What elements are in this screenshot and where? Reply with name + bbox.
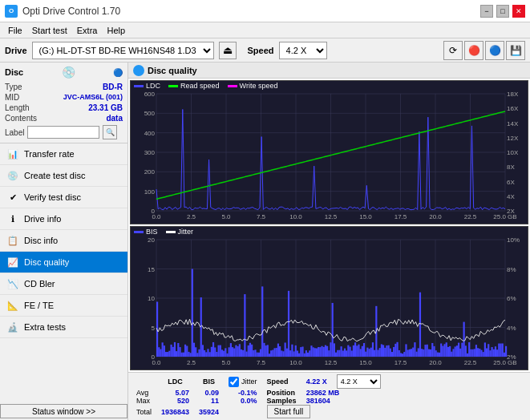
eject-button[interactable]: ⏏ — [219, 42, 237, 59]
maximize-button[interactable]: □ — [496, 5, 509, 18]
sidebar-item-disc-quality[interactable]: 📈 Disc quality — [0, 252, 127, 273]
jitter-col-label: Jitter — [241, 378, 257, 386]
top-chart-canvas — [131, 91, 528, 224]
jitter-checkbox-group: Jitter — [229, 377, 257, 387]
sidebar-item-create-test-disc[interactable]: 💿 Create test disc — [0, 165, 127, 187]
stat-max-ldc: 520 — [156, 397, 194, 405]
start-full-button[interactable]: Start full — [267, 405, 311, 418]
sidebar-label-disc-info: Disc info — [24, 236, 58, 245]
write-speed-color — [228, 85, 237, 87]
ldc-label: LDC — [146, 82, 160, 90]
menu-file[interactable]: File — [3, 25, 27, 36]
disc-quality-icon-header — [133, 65, 144, 76]
sidebar-item-fe-te[interactable]: 📐 FE / TE — [0, 295, 127, 317]
disc-icon: 💿 — [62, 66, 75, 79]
stat-header-bis: BIS — [194, 374, 224, 389]
toolbar-icons: ⟳ 🔴 🔵 💾 — [443, 41, 525, 60]
label-row: Label 🔍 — [5, 125, 123, 139]
main-layout: Disc 💿 🔵 Type BD-R MID JVC-AMS6L (001) L… — [0, 63, 530, 420]
sidebar-label-drive-info: Drive info — [24, 214, 61, 224]
menu-extra[interactable]: Extra — [72, 25, 103, 36]
sidebar-label-transfer-rate: Transfer rate — [24, 149, 75, 159]
sidebar-item-cd-bler[interactable]: 📉 CD Bler — [0, 273, 127, 295]
stat-header-ldc: LDC — [156, 374, 194, 389]
label-browse-button[interactable]: 🔍 — [103, 125, 117, 139]
stat-samples-label: Samples — [262, 397, 301, 405]
menu-start-test[interactable]: Start test — [27, 25, 72, 36]
sidebar-label-extra-tests: Extra tests — [24, 322, 66, 332]
disc-extra-icon: 🔵 — [113, 68, 123, 77]
jitter-color — [166, 231, 176, 233]
sidebar-item-drive-info[interactable]: ℹ Drive info — [0, 208, 127, 230]
sidebar-item-extra-tests[interactable]: 🔬 Extra tests — [0, 317, 127, 338]
length-row: Length 23.31 GB — [5, 103, 123, 113]
titlebar-controls: − □ ✕ — [480, 5, 525, 18]
transfer-rate-icon: 📊 — [6, 147, 19, 160]
disc-quality-title: Disc quality — [148, 66, 197, 75]
length-val: 23.31 GB — [88, 103, 123, 112]
extra-tests-icon: 🔬 — [6, 321, 19, 333]
close-button[interactable]: ✕ — [512, 5, 525, 18]
disc-quality-header: Disc quality — [128, 63, 530, 79]
stats-data-table: LDC BIS Jitter Speed 4.22 X 4.2 — [131, 374, 386, 418]
type-key: Type — [5, 83, 22, 91]
sidebar-bottom: Status window >> — [0, 402, 127, 420]
type-val: BD-R — [103, 83, 123, 91]
disc-header: Disc 💿 🔵 — [5, 66, 123, 79]
sidebar-menu: 📊 Transfer rate 💿 Create test disc ✔ Ver… — [0, 143, 127, 402]
stat-total-bis: 35924 — [194, 405, 224, 418]
read-speed-label: Read speed — [180, 82, 220, 90]
sidebar: Disc 💿 🔵 Type BD-R MID JVC-AMS6L (001) L… — [0, 63, 128, 420]
legend-jitter: Jitter — [166, 228, 194, 236]
ldc-color — [134, 85, 144, 87]
jitter-checkbox[interactable] — [229, 377, 239, 387]
stat-max-jitter: 0.0% — [224, 397, 262, 405]
menubar: File Start test Extra Help — [0, 22, 530, 38]
label-input[interactable] — [27, 126, 99, 139]
minimize-button[interactable]: − — [480, 5, 493, 18]
bis-label: BIS — [146, 228, 158, 236]
sidebar-label-create-test-disc: Create test disc — [24, 171, 85, 180]
contents-row: Contents data — [5, 113, 123, 123]
type-row: Type BD-R — [5, 82, 123, 92]
stat-position-label: Position — [262, 389, 301, 397]
disc-info-icon: 📋 — [6, 234, 19, 247]
disc-quality-icon: 📈 — [6, 256, 19, 269]
toolbar-btn-2[interactable]: 🔴 — [464, 41, 483, 60]
read-speed-color — [168, 85, 178, 87]
app-icon: O — [5, 5, 18, 18]
stat-speed-select[interactable]: 4.2 X — [337, 374, 381, 389]
jitter-check-cell: Jitter — [224, 374, 262, 389]
disc-section-label: Disc — [5, 67, 23, 77]
stat-total-jitter-empty — [224, 405, 262, 418]
cd-bler-icon: 📉 — [6, 277, 19, 290]
stat-total-label: Total — [131, 405, 156, 418]
toolbar-btn-1[interactable]: ⟳ — [443, 41, 463, 60]
menu-help[interactable]: Help — [102, 25, 130, 36]
stat-btn-start-full-cell: Start full — [262, 405, 386, 418]
toolbar-btn-save[interactable]: 💾 — [506, 41, 525, 60]
stat-avg-ldc: 5.07 — [156, 389, 194, 397]
disc-section: Disc 💿 🔵 Type BD-R MID JVC-AMS6L (001) L… — [0, 63, 127, 143]
titlebar: O Opti Drive Control 1.70 − □ ✕ — [0, 0, 530, 22]
drive-select[interactable]: (G:) HL-DT-ST BD-RE WH16NS48 1.D3 — [32, 42, 214, 59]
stats-area: LDC BIS Jitter Speed 4.22 X 4.2 — [128, 372, 530, 420]
stat-max-bis: 11 — [194, 397, 224, 405]
chart-area: LDC Read speed Write speed — [128, 79, 530, 372]
sidebar-item-transfer-rate[interactable]: 📊 Transfer rate — [0, 143, 127, 165]
sidebar-item-verify-test-disc[interactable]: ✔ Verify test disc — [0, 187, 127, 208]
status-window-button[interactable]: Status window >> — [0, 404, 127, 418]
top-chart-legend: LDC Read speed Write speed — [131, 81, 528, 91]
sidebar-label-disc-quality: Disc quality — [24, 257, 69, 267]
speed-select[interactable]: 4.2 X — [279, 42, 327, 59]
bis-color — [134, 231, 144, 233]
stat-avg-bis: 0.09 — [194, 389, 224, 397]
toolbar-btn-3[interactable]: 🔵 — [485, 41, 504, 60]
bottom-chart: BIS Jitter — [130, 226, 528, 370]
speed-label: Speed — [248, 46, 274, 55]
verify-test-disc-icon: ✔ — [6, 191, 19, 204]
stat-total-ldc: 1936843 — [156, 405, 194, 418]
stat-max-label: Max — [131, 397, 156, 405]
contents-key: Contents — [5, 114, 37, 123]
sidebar-item-disc-info[interactable]: 📋 Disc info — [0, 230, 127, 252]
